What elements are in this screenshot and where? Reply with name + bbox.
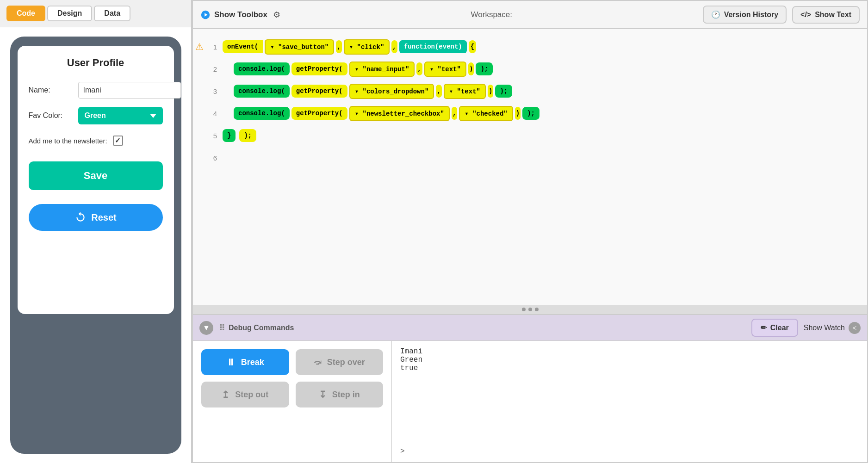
code-blocks-3: console.log( getProperty( ▾ "colors_drop… [223,84,512,99]
console-log-4-open[interactable]: console.log( [234,107,290,120]
phone-frame: User Profile Name: Fav Color: Green Add … [10,37,181,454]
name-input[interactable] [78,82,181,99]
comma-3: , [416,62,422,75]
close-call-block: ); [239,129,256,142]
collapse-button[interactable]: ▼ [199,321,213,335]
newsletter-row: Add me to the newsletter: ✓ [29,136,163,146]
comma-2: , [391,40,397,53]
warning-triangle-icon: ⚠ [195,42,204,52]
name-label: Name: [29,86,73,94]
comma-4: , [436,85,441,98]
pause-icon: ⏸ [226,357,236,368]
text-param-3[interactable]: ▾ "text" [444,84,486,99]
console-log-2-close: ); [476,62,493,75]
code-line-6: 6 [193,147,867,169]
code-line-2: 2 console.log( getProperty( ▾ "name_inpu… [193,58,867,80]
code-blocks-1: onEvent( ▾ "save_button" , ▾ "click" , f… [223,39,476,55]
save-button[interactable]: Save [29,161,163,190]
right-panel: Show Toolbox ⚙ Workspace: 🕐 Version Hist… [192,0,868,463]
colors-dropdown-param[interactable]: ▾ "colors_dropdown" [349,84,434,99]
warning-indicator-1: ⚠ [193,41,206,52]
colors-dropdown[interactable]: Green [78,107,163,124]
debug-commands-label: ⠿ Debug Commands [219,323,746,333]
save-button-param[interactable]: ▾ "save_button" [265,39,334,55]
close-paren-3: ) [488,85,493,98]
step-over-button[interactable]: ⤼ Step over [296,349,384,375]
top-tabs: Code Design Data [0,0,191,27]
console-panel: Imani Green true > [392,341,867,462]
break-label: Break [241,358,264,367]
clear-button[interactable]: ✏ Clear [751,319,798,337]
step-out-icon: ↥ [222,389,229,400]
code-line-4: 4 console.log( getProperty( ▾ "newslette… [193,102,867,124]
reset-label: Reset [91,212,116,223]
close-paren-2: ) [468,62,474,75]
line-number-5: 5 [206,132,223,140]
console-output: Imani Green true [400,347,859,443]
close-paren-4: ) [515,107,521,120]
reset-icon [74,211,87,223]
click-param[interactable]: ▾ "click" [344,39,390,55]
step-in-button[interactable]: ↧ Step in [296,382,384,407]
divider-dot-2 [528,308,532,311]
console-log-3-open[interactable]: console.log( [234,85,290,98]
code-line-1: ⚠ 1 onEvent( ▾ "save_button" , ▾ "click"… [193,36,867,58]
left-panel: Code Design Data User Profile Name: Fav … [0,0,192,463]
show-watch-button[interactable]: Show Watch < [804,322,861,334]
debug-commands-panel: ⏸ Break ⤼ Step over ↥ Step out ↧ [193,341,392,462]
code-icon: </> [800,11,811,19]
text-param-2[interactable]: ▾ "text" [424,62,466,77]
show-text-label: Show Text [815,11,851,19]
close-brace-block[interactable]: } [223,129,236,142]
line-number-3: 3 [206,87,223,95]
step-out-label: Step out [235,390,268,400]
workspace-label: Workspace: [286,10,697,19]
break-button[interactable]: ⏸ Break [201,349,289,375]
line-number-4: 4 [206,110,223,117]
tab-data[interactable]: Data [94,6,130,21]
get-property-2-open[interactable]: getProperty( [291,62,347,75]
function-event-block[interactable]: function(event) [399,40,467,53]
step-over-label: Step over [327,358,365,367]
open-brace: { [469,40,476,53]
dropdown-value: Green [85,111,106,120]
tab-code[interactable]: Code [6,6,45,21]
version-history-button[interactable]: 🕐 Version History [703,6,787,24]
top-bar: Show Toolbox ⚙ Workspace: 🕐 Version Hist… [193,1,867,29]
reset-button[interactable]: Reset [29,204,163,231]
debug-toolbar: ▼ ⠿ Debug Commands ✏ Clear Show Watch < [193,315,867,341]
phone-screen: User Profile Name: Fav Color: Green Add … [18,46,174,314]
console-log-4-close: ); [522,107,539,120]
show-watch-label: Show Watch [804,324,845,332]
step-out-button[interactable]: ↥ Step out [201,382,289,407]
newsletter-label: Add me to the newsletter: [29,137,107,145]
newsletter-checkbox-param[interactable]: ▾ "newsletter_checkbox" [349,106,450,121]
dropdown-arrow-icon [150,114,156,118]
onevent-block[interactable]: onEvent( [223,40,263,53]
show-toolbox-label: Show Toolbox [214,10,267,19]
resize-divider[interactable] [193,305,867,314]
tab-design[interactable]: Design [47,6,92,21]
line-number-2: 2 [206,65,223,73]
console-log-3-close: ); [495,85,512,98]
newsletter-checkbox[interactable]: ✓ [113,136,123,146]
show-text-button[interactable]: </> Show Text [792,6,860,24]
get-property-4-open[interactable]: getProperty( [291,107,347,120]
code-blocks-2: console.log( getProperty( ▾ "name_input"… [223,62,493,77]
gear-icon[interactable]: ⚙ [273,10,280,20]
step-in-label: Step in [332,390,360,400]
name-input-param[interactable]: ▾ "name_input" [349,62,415,77]
code-line-3: 3 console.log( getProperty( ▾ "colors_dr… [193,80,867,102]
console-log-2-open[interactable]: console.log( [234,62,290,75]
checked-param[interactable]: ▾ "checked" [459,106,513,121]
get-property-3-open[interactable]: getProperty( [291,85,347,98]
fav-color-label: Fav Color: [29,111,73,120]
comma-5: , [452,107,457,120]
version-history-label: Version History [724,11,778,19]
clock-icon: 🕐 [711,10,720,19]
show-toolbox-button[interactable]: Show Toolbox [200,10,267,20]
fav-color-row: Fav Color: Green [29,107,163,124]
pencil-icon: ✏ [761,323,767,332]
console-prompt[interactable]: > [400,447,859,456]
code-blocks-5: } ); [223,129,256,142]
